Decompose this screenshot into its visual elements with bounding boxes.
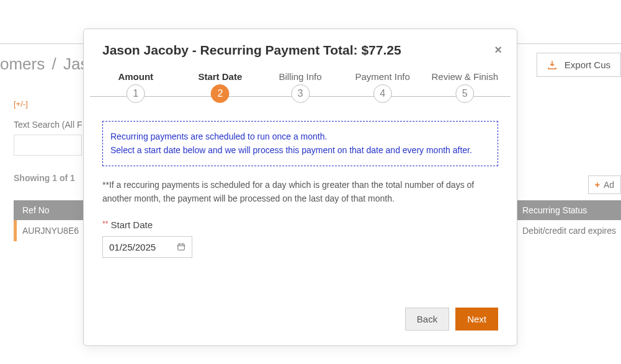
step-label: Billing Info <box>279 71 321 82</box>
cell-recurring-status: Debit/credit card expires <box>522 226 621 236</box>
step-amount[interactable]: Amount 1 <box>118 71 153 103</box>
step-label: Payment Info <box>355 71 409 82</box>
wizard-stepper: Amount 1 Start Date 2 Billing Info 3 Pay… <box>84 71 517 106</box>
start-date-field: ** Start Date 01/25/2025 <box>102 220 498 258</box>
step-label: Review & Finish <box>431 71 498 82</box>
add-button-label: Ad <box>604 180 614 190</box>
start-date-input[interactable]: 01/25/2025 <box>102 236 192 258</box>
start-date-value: 01/25/2025 <box>109 242 156 252</box>
step-number: 4 <box>373 84 392 103</box>
calendar-icon <box>177 242 185 251</box>
step-start-date[interactable]: Start Date 2 <box>198 71 242 103</box>
info-line: Select a start date below and we will pr… <box>110 144 490 158</box>
step-billing-info[interactable]: Billing Info 3 <box>279 71 321 103</box>
step-payment-info[interactable]: Payment Info 4 <box>355 71 409 103</box>
filter-panel: [+/-] Text Search (All F Showing 1 of 1 <box>14 99 88 183</box>
back-button[interactable]: Back <box>405 308 449 331</box>
start-date-label: Start Date <box>108 220 153 230</box>
export-customers-button[interactable]: Export Cus <box>537 53 621 77</box>
step-label: Start Date <box>198 71 242 82</box>
breadcrumb-separator: / <box>49 55 58 73</box>
step-number: 5 <box>455 84 474 103</box>
step-number: 1 <box>127 84 145 103</box>
modal-title: Jason Jacoby - Recurring Payment Total: … <box>102 43 498 58</box>
breadcrumb-part[interactable]: omers <box>0 55 45 73</box>
export-button-label: Export Cus <box>565 60 610 70</box>
required-marker: ** <box>102 220 108 228</box>
close-icon[interactable]: × <box>494 43 502 57</box>
add-button[interactable]: + Ad <box>588 175 621 194</box>
step-number: 2 <box>211 84 230 103</box>
text-search-input[interactable] <box>14 135 82 156</box>
step-label: Amount <box>118 71 153 82</box>
download-icon <box>547 60 557 70</box>
results-count: Showing 1 of 1 <box>14 173 88 183</box>
next-button[interactable]: Next <box>455 308 498 331</box>
step-review-finish[interactable]: Review & Finish 5 <box>431 71 498 103</box>
recurring-payment-modal: Jason Jacoby - Recurring Payment Total: … <box>83 29 517 346</box>
modal-footer: Back Next <box>102 308 498 331</box>
plus-icon: + <box>595 180 600 190</box>
expand-collapse-toggle[interactable]: [+/-] <box>14 99 88 109</box>
svg-rect-0 <box>178 244 185 251</box>
info-message-box: Recurring payments are scheduled to run … <box>102 121 498 166</box>
step-number: 3 <box>291 84 310 103</box>
col-header-recurring-status[interactable]: Recurring Status <box>522 205 621 215</box>
footnote: **If a reccuring payments is scheduled f… <box>102 179 498 205</box>
info-line: Recurring payments are scheduled to run … <box>110 130 490 144</box>
text-search-label: Text Search (All F <box>14 120 88 130</box>
